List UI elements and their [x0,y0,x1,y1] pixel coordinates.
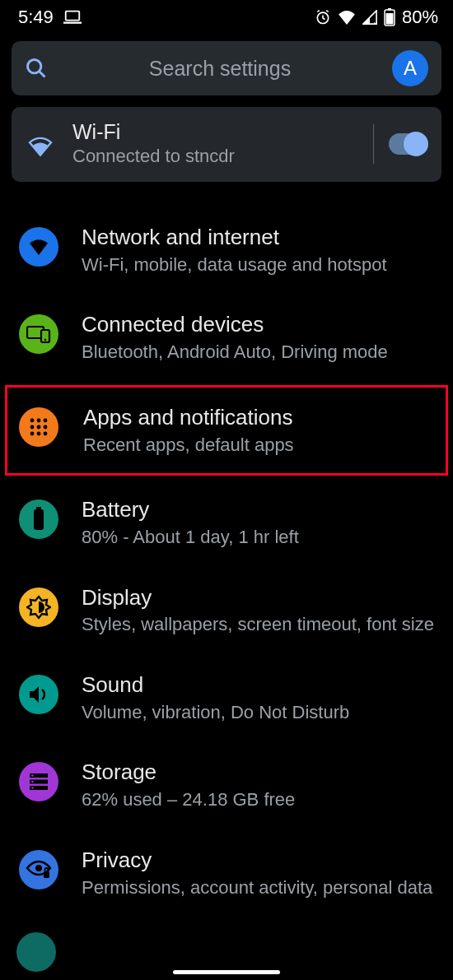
search-placeholder: Search settings [48,57,392,81]
sound-icon [19,675,58,714]
item-title: Network and internet [82,224,434,252]
storage-icon [19,762,58,801]
wifi-toggle[interactable] [389,133,427,155]
item-title: Display [82,584,434,612]
svg-rect-1 [63,22,82,24]
item-display[interactable]: Display Styles, wallpapers, screen timeo… [0,567,453,654]
item-title: Privacy [82,847,434,875]
svg-text:x: x [373,20,376,25]
battery-pct: 80% [402,7,438,28]
svg-point-19 [37,431,41,435]
svg-point-30 [35,865,42,871]
item-title: Apps and notifications [83,404,434,432]
clock: 5:49 [18,7,54,28]
status-bar: 5:49 x 80% [0,0,453,33]
item-subtitle: Permissions, account activity, personal … [82,876,434,900]
svg-rect-22 [36,507,41,510]
item-subtitle: 80% - About 1 day, 1 hr left [82,526,434,550]
item-subtitle: Styles, wallpapers, screen timeout, font… [82,613,434,637]
devices-icon [19,314,58,354]
wifi-status-icon [338,10,356,25]
item-subtitle: Volume, vibration, Do Not Disturb [82,701,434,725]
svg-point-15 [30,425,35,429]
wifi-card[interactable]: Wi-Fi Connected to stncdr [12,107,441,182]
item-subtitle: 62% used – 24.18 GB free [82,788,434,812]
item-storage[interactable]: Storage 62% used – 24.18 GB free [0,741,453,829]
item-title: Sound [82,671,434,699]
item-subtitle: Bluetooth, Android Auto, Driving mode [82,341,434,365]
signal-icon: x [362,10,377,25]
svg-point-12 [30,418,35,422]
item-title: Connected devices [82,311,434,339]
battery-status-icon [384,8,395,26]
svg-point-14 [44,418,48,422]
svg-point-7 [28,60,41,73]
svg-point-17 [44,425,48,429]
wifi-title: Wi-Fi [72,120,365,144]
svg-rect-0 [66,12,80,21]
divider [373,124,374,164]
item-subtitle: Wi-Fi, mobile, data usage and hotspot [82,253,434,277]
wifi-subtitle: Connected to stncdr [72,146,365,167]
item-title: Storage [82,759,434,787]
battery-icon [19,499,58,539]
item-sound[interactable]: Sound Volume, vibration, Do Not Disturb [0,654,453,741]
svg-point-13 [37,418,41,422]
search-icon [25,57,48,80]
apps-icon [19,407,58,447]
display-icon [19,588,58,627]
nav-bar[interactable] [0,964,453,980]
alarm-icon [315,9,331,26]
wifi-icon [23,135,58,156]
item-battery[interactable]: Battery 80% - About 1 day, 1 hr left [0,479,453,566]
search-bar[interactable]: Search settings A [12,41,441,95]
item-subtitle: Recent apps, default apps [83,434,434,457]
settings-list: Network and internet Wi-Fi, mobile, data… [0,207,453,917]
svg-rect-5 [388,8,391,11]
svg-point-11 [44,339,47,341]
item-title: Battery [82,496,434,524]
svg-rect-21 [34,509,44,530]
laptop-icon [63,10,82,25]
item-privacy[interactable]: Privacy Permissions, account activity, p… [0,829,453,917]
svg-point-27 [31,775,33,777]
svg-rect-6 [385,13,393,25]
item-apps-notifications[interactable]: Apps and notifications Recent apps, defa… [5,385,448,476]
wifi-icon [19,227,58,267]
svg-rect-31 [44,871,49,878]
avatar[interactable]: A [392,50,428,86]
svg-point-18 [30,431,35,435]
item-network-internet[interactable]: Network and internet Wi-Fi, mobile, data… [0,207,453,294]
svg-line-8 [40,72,45,77]
svg-point-28 [31,781,33,783]
svg-point-20 [44,431,48,435]
avatar-initial: A [404,57,417,80]
privacy-icon [19,850,58,889]
svg-point-16 [37,425,41,429]
item-connected-devices[interactable]: Connected devices Bluetooth, Android Aut… [0,294,453,381]
svg-point-29 [31,787,33,789]
